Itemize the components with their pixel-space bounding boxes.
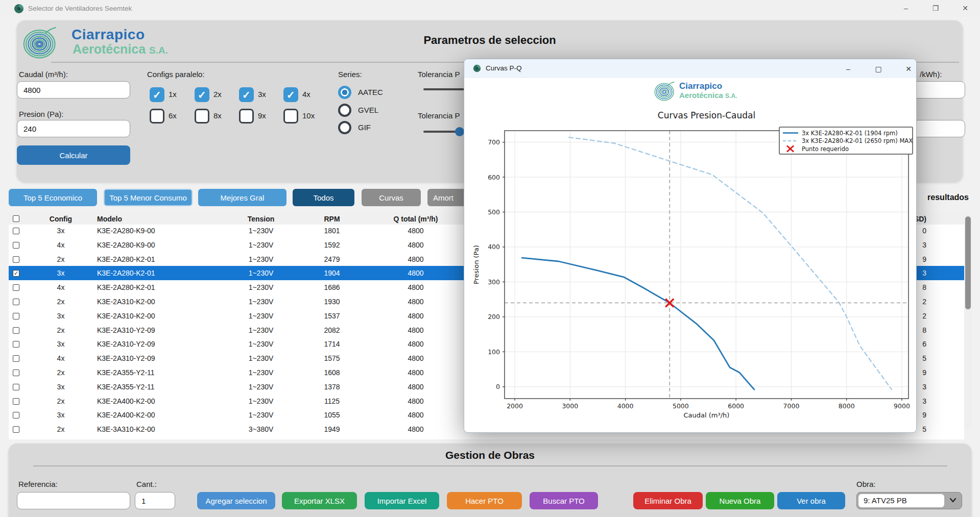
cell-config: 2x bbox=[45, 294, 76, 309]
cell-modelo: K3E-2A310-K2-00 bbox=[97, 309, 235, 323]
cell-modelo: K3E-2A280-K2-01 bbox=[97, 252, 235, 266]
window-titlebar: Selector de Ventiladores Seemtek – ❐ ✕ bbox=[0, 0, 980, 17]
close-button[interactable]: ✕ bbox=[953, 2, 977, 15]
cell-modelo: K3E-2A280-K9-00 bbox=[97, 238, 235, 252]
cell-q: 4800 bbox=[380, 294, 451, 309]
cell-tension: 1~230V bbox=[228, 252, 294, 266]
exportar-xlsx-button[interactable]: Exportar XLSX bbox=[282, 492, 357, 509]
row-checkbox[interactable]: ✓ bbox=[13, 270, 19, 277]
cell-config: 4x bbox=[45, 280, 76, 294]
cell-config: 2x bbox=[45, 365, 76, 380]
select-all-checkbox[interactable] bbox=[13, 215, 19, 222]
cell-q: 4800 bbox=[380, 394, 451, 408]
column-header[interactable]: RPM bbox=[306, 213, 357, 225]
cell-q: 4800 bbox=[380, 224, 451, 238]
nueva-obra-button[interactable]: Nueva Obra bbox=[706, 492, 774, 509]
cell-q: 4800 bbox=[380, 337, 451, 351]
curvas-pq-dialog: Curvas P-Q – ▢ ✕ Ciarrapico Aerotécnica … bbox=[464, 59, 917, 433]
row-checkbox[interactable] bbox=[13, 370, 19, 376]
row-checkbox[interactable] bbox=[13, 327, 19, 334]
importar-excel-button[interactable]: Importar Excel bbox=[365, 492, 439, 509]
cell-tension: 1~230V bbox=[228, 280, 294, 294]
cell-rpm: 1714 bbox=[306, 337, 357, 351]
svg-text:700: 700 bbox=[488, 138, 500, 146]
column-header[interactable]: Tension bbox=[228, 213, 294, 225]
cant-label: Cant.: bbox=[136, 480, 157, 488]
svg-text:9000: 9000 bbox=[894, 402, 910, 410]
cell-q: 4800 bbox=[380, 280, 451, 294]
cell-rpm: 1686 bbox=[306, 280, 357, 294]
svg-text:600: 600 bbox=[488, 174, 500, 181]
row-checkbox[interactable] bbox=[13, 299, 19, 305]
column-header[interactable]: Config bbox=[45, 213, 76, 225]
obras-title: Gestion de Obras bbox=[9, 449, 971, 461]
row-checkbox[interactable] bbox=[13, 341, 19, 348]
cell-modelo: K3E-2A310-Y2-09 bbox=[97, 323, 235, 337]
table-scrollbar-thumb[interactable] bbox=[965, 216, 971, 309]
hacer-pto-button[interactable]: Hacer PTO bbox=[447, 492, 522, 509]
column-header[interactable]: Modelo bbox=[97, 213, 235, 225]
cell-q: 4800 bbox=[380, 422, 451, 436]
series-radio-AATEC[interactable] bbox=[338, 86, 351, 99]
cell-tension: 1~230V bbox=[228, 337, 294, 351]
obras-panel: Gestion de Obras Referencia: Cant.: 1 Ag… bbox=[9, 444, 971, 517]
row-checkbox[interactable] bbox=[13, 384, 19, 390]
cell-config: 2x bbox=[45, 394, 76, 408]
cell-tension: 1~230V bbox=[228, 224, 294, 238]
cell-config: 3x bbox=[45, 337, 76, 351]
column-header[interactable]: Q total (m³/h) bbox=[380, 213, 451, 225]
row-checkbox[interactable] bbox=[13, 426, 19, 433]
cant-input[interactable]: 1 bbox=[135, 492, 175, 509]
cell-tension: 1~230V bbox=[228, 309, 294, 323]
tolerancia-caudal-label: Tolerancia P bbox=[418, 111, 460, 120]
svg-text:6000: 6000 bbox=[728, 402, 744, 410]
tab-mejores-gral[interactable]: Mejores Gral bbox=[198, 189, 286, 206]
cell-rpm: 1608 bbox=[306, 365, 357, 380]
cell-rpm: 1055 bbox=[306, 408, 357, 422]
svg-text:300: 300 bbox=[488, 278, 500, 286]
row-checkbox[interactable] bbox=[13, 228, 19, 234]
cell-tension: 1~230V bbox=[228, 266, 294, 280]
cell-config: 3x bbox=[45, 266, 76, 280]
cell-modelo: K3E-2A310-Y2-09 bbox=[97, 337, 235, 351]
cell-rpm: 1930 bbox=[306, 294, 357, 309]
row-checkbox[interactable] bbox=[13, 412, 19, 418]
cell-q: 4800 bbox=[380, 252, 451, 266]
row-checkbox[interactable] bbox=[13, 242, 19, 249]
svg-text:7000: 7000 bbox=[783, 402, 800, 410]
cell-rpm: 2479 bbox=[306, 252, 357, 266]
referencia-input[interactable] bbox=[17, 492, 130, 509]
row-checkbox[interactable] bbox=[13, 398, 19, 405]
row-checkbox[interactable] bbox=[13, 313, 19, 319]
eliminar-obra-button[interactable]: Eliminar Obra bbox=[633, 492, 703, 509]
row-checkbox[interactable] bbox=[13, 256, 19, 263]
agregar-seleccion-button[interactable]: Agregar seleccion bbox=[197, 492, 275, 509]
obra-select[interactable]: 9: ATV25 PB bbox=[856, 492, 962, 509]
obra-label: Obra: bbox=[856, 480, 876, 488]
tab-curvas[interactable]: Curvas bbox=[362, 189, 421, 206]
minimize-button[interactable]: – bbox=[894, 2, 918, 15]
tab-top-5-economico[interactable]: Top 5 Economico bbox=[9, 189, 97, 206]
series-radio-GIF[interactable] bbox=[338, 121, 351, 134]
row-checkbox[interactable] bbox=[13, 284, 19, 291]
tab-todos[interactable]: Todos bbox=[293, 189, 354, 206]
cell-modelo: K3E-2A400-K2-00 bbox=[97, 394, 235, 408]
svg-text:100: 100 bbox=[488, 348, 500, 356]
cell-rpm: 1378 bbox=[306, 380, 357, 394]
cell-rpm: 1125 bbox=[306, 394, 357, 408]
svg-text:0: 0 bbox=[496, 383, 500, 390]
series-radio-label: GIF bbox=[358, 123, 371, 132]
ver-obra-button[interactable]: Ver obra bbox=[777, 492, 845, 509]
buscar-pto-button[interactable]: Buscar PTO bbox=[530, 492, 598, 509]
svg-text:5000: 5000 bbox=[673, 402, 689, 410]
tab-top-5-menor-consumo[interactable]: Top 5 Menor Consumo bbox=[104, 189, 193, 206]
tolerancia-presion-label: Tolerancia P bbox=[418, 70, 460, 79]
svg-text:3x K3E-2A280-K2-01 (1904 rpm): 3x K3E-2A280-K2-01 (1904 rpm) bbox=[802, 130, 898, 137]
maximize-button[interactable]: ❐ bbox=[924, 2, 947, 15]
cell-modelo: K3E-2A280-K2-01 bbox=[97, 266, 235, 280]
tolerancia-caudal-slider-handle[interactable] bbox=[455, 127, 464, 136]
series-radio-GVEL[interactable] bbox=[338, 104, 351, 117]
cell-tension: 1~230V bbox=[228, 365, 294, 380]
cell-modelo: K3E-2A280-K2-01 bbox=[97, 280, 235, 294]
row-checkbox[interactable] bbox=[13, 355, 19, 362]
